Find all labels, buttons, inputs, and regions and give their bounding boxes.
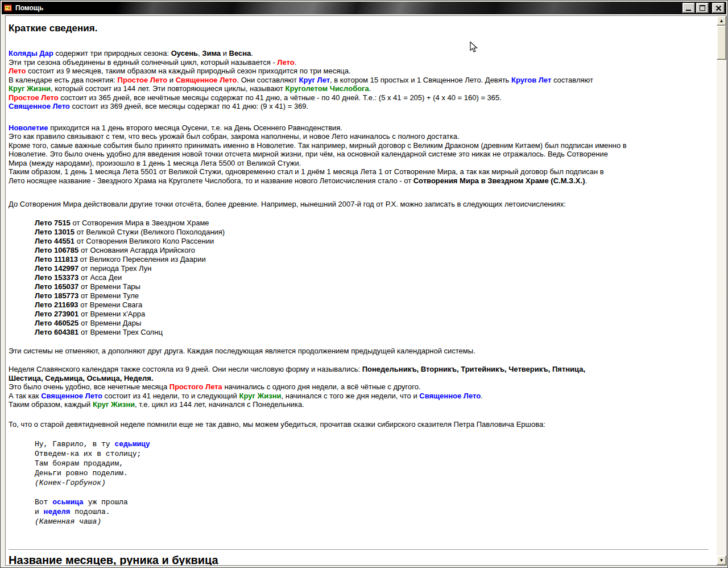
text-line: Новолетие. Это было очень удобно для вве… [9, 150, 709, 159]
text-line: Новолетие приходится на 1 день второго м… [9, 124, 709, 133]
content-area: Краткие сведения. Коляды Дар содержит тр… [5, 15, 727, 566]
text-run: Таким образом, 1 день 1 месяца Лета 5501… [9, 167, 604, 176]
close-button[interactable] [712, 3, 725, 13]
text-run: Простое Лето [9, 93, 59, 102]
text-line: Это было очень удобно, все нечетные меся… [9, 382, 709, 392]
text-run: , который состоит из 144 лет. Эти повтор… [51, 84, 286, 93]
text-run: То, что о старой девятидневной неделе по… [9, 420, 545, 429]
text-run: . [369, 84, 371, 93]
close-icon [715, 5, 722, 11]
text-run: Эти три сезона объединены в единый солне… [9, 58, 277, 67]
week-paragraph: Неделя Славянского календаря также состо… [9, 365, 709, 409]
text-run: Таким образом, каждый [9, 400, 93, 409]
text-line: Лето 165037 от Времени Тары [9, 282, 709, 291]
text-line: То, что о старой девятидневной неделе по… [9, 420, 709, 429]
text-run: В календаре есть два понятия: [9, 76, 118, 84]
text-line: Мира (между народами), произошло в 1 ден… [9, 159, 709, 168]
novoletie-paragraph: Новолетие приходится на 1 день второго м… [9, 124, 709, 186]
text-run: Круг Жизни [9, 84, 51, 93]
text-run: Кроме того, самые важные события было пр… [9, 141, 627, 150]
text-run: Весна [229, 49, 251, 57]
minimize-icon [686, 10, 691, 11]
text-line: Круг Жизни, который состоит из 144 лет. … [9, 84, 709, 93]
scroll-up-icon: ▲ [719, 19, 724, 23]
text-line: Эти три сезона объединены в единый солне… [9, 58, 709, 67]
text-run: от Времени х'Арра [78, 310, 145, 318]
minimize-button[interactable] [682, 3, 695, 13]
scrollbar-thumb[interactable] [717, 26, 726, 60]
text-line: Таким образом, каждый Круг Жизни, т.е. ц… [9, 400, 709, 409]
text-run: неделя [44, 508, 71, 516]
maximize-button[interactable] [696, 3, 709, 13]
text-run: (Конек-Горбунок) [35, 479, 106, 487]
text-run: Священное Лето [176, 76, 237, 84]
text-run: Лето [277, 58, 294, 67]
text-line: и неделя подошла. [9, 507, 709, 517]
era-list-intro: До Сотворения Мира действовали другие то… [9, 200, 709, 209]
text-line: Там боярам продадим, [9, 459, 709, 468]
text-run: Лето 13015 [35, 228, 75, 236]
document-text: Краткие сведения. Коляды Дар содержит тр… [6, 16, 717, 565]
text-run: Круг Лет [299, 76, 330, 84]
text-line: Лето состоит из 9 месяцев, таким образом… [9, 67, 709, 76]
poem-kamennaya-chasha: Вот осьмица уж прошлаи неделя подошла.(К… [9, 497, 709, 526]
text-line: Лето 211693 от Времени Свага [9, 301, 709, 310]
text-run: и [167, 76, 176, 84]
text-run: Священное Лето [41, 392, 102, 400]
text-run: Простого Лета [169, 382, 222, 391]
text-run: Лето 604381 [35, 328, 78, 336]
help-window: Помощь Краткие сведения. Коляды Дар соде… [0, 0, 728, 568]
text-line: Священное Лето состоит из 369 дней, все … [9, 102, 709, 111]
maximize-icon [700, 5, 705, 11]
text-run: от Сотворения Мира в Звездном Храме [71, 219, 209, 227]
text-run: Неделя Славянского календаря также состо… [9, 365, 362, 373]
text-line: Эти системы не отменяют, а дополняют дру… [9, 347, 709, 356]
ershov-intro: То, что о старой девятидневной неделе по… [9, 420, 709, 429]
text-run: Сотворения Мира в Звездном Храме (С.М.З.… [413, 176, 585, 185]
text-line: Лето носящее название - Звездного Храма … [9, 176, 709, 186]
scroll-down-button[interactable]: ▼ [717, 555, 726, 565]
text-run: . [481, 392, 483, 400]
text-run: А так как [9, 392, 41, 400]
text-run: Там боярам продадим, [35, 459, 123, 468]
text-line: Это как правило связывают с тем, что вес… [9, 132, 709, 141]
text-run: состоит из 9 месяцев, таким образом на к… [26, 67, 350, 75]
text-run: уж прошла [84, 498, 128, 507]
text-line: (Конек-Горбунок) [9, 478, 709, 488]
text-line: Лето 604381 от Времени Трех Солнц [9, 328, 709, 337]
text-run: Лето носящее название - Звездного Храма … [9, 176, 413, 185]
vertical-scrollbar[interactable]: ▲ ▼ [717, 16, 726, 565]
scroll-up-button[interactable]: ▲ [717, 16, 726, 26]
text-run: Лето 460525 [35, 319, 78, 327]
poem-konek-gorbunok: Ну, Гаврило, в ту седьмицуОтведем-ка их … [9, 439, 709, 488]
text-run: Лето 44551 [35, 237, 75, 245]
text-run: Лето 273901 [35, 310, 78, 318]
title-bar[interactable]: Помощь [2, 2, 726, 14]
text-run: Круголетом Числобога [286, 84, 369, 93]
text-run: Круг Жизни [93, 400, 135, 409]
page-title: Краткие сведения. [9, 23, 709, 34]
text-run: начинались с одного дня недели, а всё чё… [222, 382, 421, 391]
text-line: Деньги ровно поделим. [9, 468, 709, 478]
text-run: Кругов Лет [511, 76, 551, 84]
text-run: седьмицу [114, 440, 150, 448]
text-run: содержит три природных сезона: [53, 49, 171, 57]
text-run: от Сотворения Великого Коло Рассении [75, 237, 214, 245]
text-run: Новолетие [9, 124, 48, 132]
text-line: Лето 185773 от Времени Туле [9, 291, 709, 301]
text-line: Лето 13015 от Великой Стужи (Великого По… [9, 228, 709, 237]
text-line: Лето 460525 от Времени Дары [9, 319, 709, 328]
text-run: и [221, 49, 229, 57]
intro-paragraph: Коляды Дар содержит три природных сезона… [9, 49, 709, 111]
text-run: . Они составляют [237, 76, 299, 84]
text-run: Оусень [171, 49, 198, 57]
text-line: Таким образом, 1 день 1 месяца Лета 5501… [9, 167, 709, 176]
window-controls [682, 3, 725, 13]
text-run: Отведем-ка их в столицу; [35, 450, 141, 458]
text-run: Это было очень удобно, все нечетные меся… [9, 382, 169, 391]
text-run: Вот [35, 498, 52, 507]
next-section-heading: Название месяцев, руника и буквица [9, 553, 709, 565]
text-line: Ну, Гаврило, в ту седьмицу [9, 439, 709, 449]
text-run: Лето [9, 67, 26, 75]
text-line: А так как Священное Лето состоит из 41 н… [9, 392, 709, 401]
